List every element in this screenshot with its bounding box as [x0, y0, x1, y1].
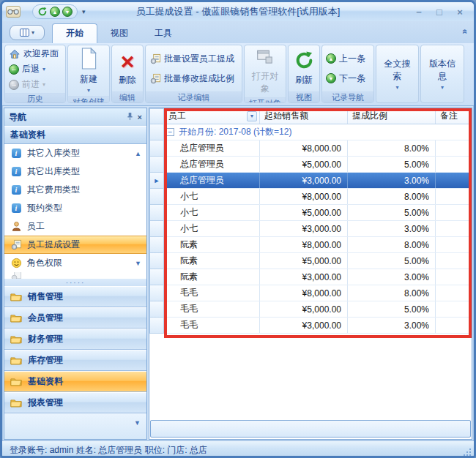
indicator-cell[interactable] — [149, 285, 164, 301]
delete-button[interactable]: × 删除 — [114, 46, 141, 91]
batch-modify-rate-button[interactable]: 批量修改提成比例 — [147, 71, 240, 86]
quick-down-icon[interactable]: ▼ — [62, 7, 72, 17]
ribbon-group-edit: × 删除 编辑 — [111, 45, 144, 103]
table-row[interactable]: 阮素¥8,000.008.00% — [164, 237, 472, 253]
window-controls: − □ × — [412, 7, 474, 18]
ribbon-group-version: 版本信息 ▾ — [420, 45, 464, 103]
nav-item-other-outbound[interactable]: i 其它出库类型 — [4, 162, 146, 181]
tab-start[interactable]: 开始 — [52, 23, 97, 43]
refresh-button[interactable]: 刷新 — [290, 46, 318, 91]
nav-item-commission-settings[interactable]: 员工提成设置 — [4, 236, 146, 254]
tab-view[interactable]: 视图 — [97, 24, 141, 43]
ribbon-group-record-edit: 批量设置员工提成 批量修改提成比例 记录编辑 — [145, 45, 242, 103]
grid-group-row[interactable]: − 开始月份: 2017-08 (计数=12) — [164, 124, 472, 140]
nav-group-reports[interactable]: 报表管理 — [4, 392, 146, 413]
table-row[interactable]: 阮素¥5,000.005.00% — [164, 253, 472, 269]
indicator-cell[interactable] — [149, 189, 164, 205]
indicator-cell[interactable] — [149, 237, 164, 253]
table-row[interactable]: 毛毛¥5,000.005.00% — [164, 301, 472, 318]
ribbon-group-label: 编辑 — [112, 91, 143, 102]
indicator-cell[interactable] — [149, 301, 164, 318]
nav-group-sales[interactable]: 销售管理 — [4, 286, 146, 307]
scroll-down-icon[interactable]: ▼ — [135, 260, 141, 267]
folder-icon — [10, 397, 22, 409]
status-bar: 登录账号: admin 姓名: 总店管理员 职位: 门店: 总店 — [2, 440, 474, 458]
version-info-button[interactable]: 版本信息 ▾ — [423, 46, 462, 102]
indicator-cell[interactable] — [149, 108, 164, 124]
back-button[interactable]: ← 后退 ▾ — [7, 61, 64, 77]
mask-icon — [10, 258, 22, 269]
nav-group-basic-data[interactable]: 基础资料 — [4, 371, 146, 392]
indicator-cell[interactable] — [149, 318, 164, 334]
quick-up-icon[interactable]: ▲ — [50, 7, 60, 17]
next-record-button[interactable]: ▼ 下一条 — [324, 71, 372, 86]
fulltext-search-button[interactable]: 全文搜索 ▾ — [378, 46, 417, 102]
nav-group-inventory[interactable]: 库存管理 — [4, 350, 146, 371]
indicator-cell[interactable] — [149, 253, 164, 269]
down-circle-icon: ▼ — [326, 73, 336, 83]
column-header-note[interactable]: 备注 — [436, 108, 472, 124]
indicator-cell[interactable] — [149, 157, 164, 173]
nav-group-finance[interactable]: 财务管理 — [4, 329, 146, 350]
titlebar: ▲ ▼ ▾ 员工提成设置 - 傲蓝眼镜销售管理软件[试用版本] − □ × — [2, 2, 474, 21]
maximize-button[interactable]: □ — [433, 7, 446, 18]
column-header-employee[interactable]: 员工 ▼ — [164, 108, 260, 124]
ribbon-group-label: 记录导航 — [322, 91, 373, 102]
column-header-sales[interactable]: 起始销售额 — [260, 108, 348, 124]
ribbon-group-search: 全文搜索 ▾ — [376, 45, 419, 103]
folder-icon — [10, 334, 22, 345]
indicator-cell[interactable] — [149, 269, 164, 285]
nav-item-other-expense[interactable]: i 其它费用类型 — [4, 181, 146, 199]
table-row-selected[interactable]: 总店管理员¥3,000.003.00% — [164, 173, 472, 189]
app-window: ▲ ▼ ▾ 员工提成设置 - 傲蓝眼镜销售管理软件[试用版本] − □ × ▾ … — [0, 0, 476, 458]
info-icon: i — [10, 184, 22, 196]
nav-splitter-handle[interactable]: ····· — [4, 279, 146, 286]
navigation-panel: 导航 × 基础资料 i 其它入库类型 ▲ i 其它出库类型 i — [4, 108, 147, 440]
minimize-button[interactable]: − — [412, 7, 425, 18]
indicator-cell[interactable] — [149, 140, 164, 157]
nav-item-employee[interactable]: 员工 — [4, 217, 146, 236]
filter-dropdown-icon[interactable]: ▼ — [247, 111, 257, 121]
indicator-cell[interactable] — [149, 205, 164, 221]
ribbon-group-label: 打开对象 — [245, 97, 286, 103]
batch-set-commission-button[interactable]: 批量设置员工提成 — [147, 51, 240, 67]
info-icon: i — [10, 166, 22, 178]
indicator-cell[interactable] — [149, 124, 164, 140]
close-button[interactable]: × — [453, 7, 466, 18]
row-indicator-arrow-icon[interactable]: ► — [149, 173, 164, 189]
ribbon-group-open-object: 打开对象 打开对象 — [244, 45, 286, 103]
resize-grip[interactable] — [463, 448, 472, 457]
table-row[interactable]: 小七¥5,000.005.00% — [164, 205, 472, 221]
column-header-rate[interactable]: 提成比例 — [348, 108, 436, 124]
table-row[interactable]: 阮素¥3,000.003.00% — [164, 269, 472, 285]
table-row[interactable]: 总店管理员¥8,000.008.00% — [164, 140, 472, 157]
quick-access-menu-caret-icon[interactable]: ▾ — [82, 8, 86, 15]
window-object-icon — [256, 48, 275, 69]
tab-tools[interactable]: 工具 — [141, 24, 185, 43]
welcome-screen-button[interactable]: 欢迎界面 — [7, 46, 64, 61]
nav-groups-overflow[interactable]: ▼ — [4, 413, 146, 439]
pin-icon[interactable] — [127, 112, 133, 122]
quick-refresh-icon[interactable] — [37, 7, 48, 17]
scroll-up-icon[interactable]: ▲ — [135, 150, 141, 157]
collapse-group-icon[interactable]: − — [166, 128, 174, 136]
table-row[interactable]: 总店管理员¥5,000.005.00% — [164, 157, 472, 173]
gear-notes-icon — [10, 239, 22, 251]
nav-item-role-permission[interactable]: 角色权限 ▼ — [4, 254, 146, 272]
table-row[interactable]: 小七¥8,000.008.00% — [164, 189, 472, 205]
nav-group-member[interactable]: 会员管理 — [4, 307, 146, 329]
table-row[interactable]: 小七¥3,000.003.00% — [164, 221, 472, 237]
new-button[interactable]: 新建 ▾ — [70, 46, 108, 95]
nav-item-other-inbound[interactable]: i 其它入库类型 ▲ — [4, 144, 146, 162]
nav-header: 导航 × — [4, 108, 146, 126]
app-menu-button[interactable]: ▾ — [10, 25, 45, 40]
nav-close-icon[interactable]: × — [138, 113, 142, 121]
indicator-cell[interactable] — [149, 221, 164, 237]
ribbon-collapse-icon[interactable]: « — [461, 29, 471, 34]
table-row[interactable]: 毛毛¥8,000.008.00% — [164, 285, 472, 301]
previous-record-button[interactable]: ▲ 上一条 — [324, 51, 372, 67]
ribbon-group-label: 历史 — [5, 93, 65, 103]
table-row[interactable]: 毛毛¥3,000.003.00% — [164, 318, 472, 334]
nav-item-appointment-type[interactable]: i 预约类型 — [4, 199, 146, 217]
nav-section-header[interactable]: 基础资料 — [4, 126, 146, 144]
